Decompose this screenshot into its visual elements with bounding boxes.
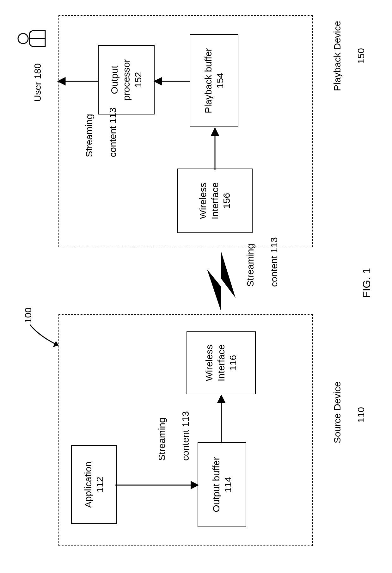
pb-wireless-interface-block: Wireless Interface 156 — [177, 169, 253, 233]
source-device-name: Source Device — [332, 382, 342, 443]
output-processor-block: Output processor 152 — [98, 45, 155, 114]
playback-device-ref: 150 — [356, 48, 366, 64]
output-processor-label: Output processor — [108, 59, 132, 101]
output-buffer-label: Output buffer — [210, 457, 222, 512]
svg-point-1 — [18, 34, 28, 44]
src-streaming-label: Streaming content 113 — [144, 411, 203, 477]
svg-marker-0 — [207, 252, 236, 312]
user-label: User 180 — [32, 63, 44, 102]
playback-buffer-block: Playback buffer 154 — [190, 34, 238, 127]
output-processor-ref: 152 — [132, 72, 144, 88]
playback-buffer-ref: 154 — [214, 73, 226, 89]
pb-wireless-interface-ref: 156 — [221, 193, 233, 209]
src-wireless-interface-ref: 116 — [227, 355, 239, 371]
source-device-ref: 110 — [356, 407, 366, 423]
application-ref: 112 — [94, 477, 106, 492]
figure-ref-label: 100 — [22, 307, 34, 323]
pb-wireless-interface-label: Wireless Interface — [197, 182, 221, 219]
diagram-canvas: 100 Source Device 110 Application 112 Ou… — [0, 0, 392, 573]
application-block: Application 112 — [71, 445, 117, 524]
figure-ref-pointer — [30, 325, 58, 347]
playback-device-label: Playback Device 150 — [319, 20, 379, 108]
user-icon — [18, 31, 45, 46]
src-wireless-interface-label: Wireless Interface — [203, 344, 227, 381]
playback-device-name: Playback Device — [332, 21, 342, 91]
source-device-label: Source Device 110 — [319, 386, 379, 459]
figure-caption: FIG. 1 — [360, 268, 373, 298]
playback-buffer-label: Playback buffer — [202, 48, 214, 113]
wireless-link-icon — [207, 252, 236, 312]
src-wireless-interface-block: Wireless Interface 116 — [187, 331, 256, 394]
output-buffer-ref: 114 — [222, 477, 234, 492]
pb-streaming-label: Streaming content 113 — [71, 108, 131, 173]
output-buffer-block: Output buffer 114 — [198, 442, 246, 527]
wireless-link-label: Streaming content 113 — [232, 237, 292, 303]
application-label: Application — [82, 461, 94, 508]
